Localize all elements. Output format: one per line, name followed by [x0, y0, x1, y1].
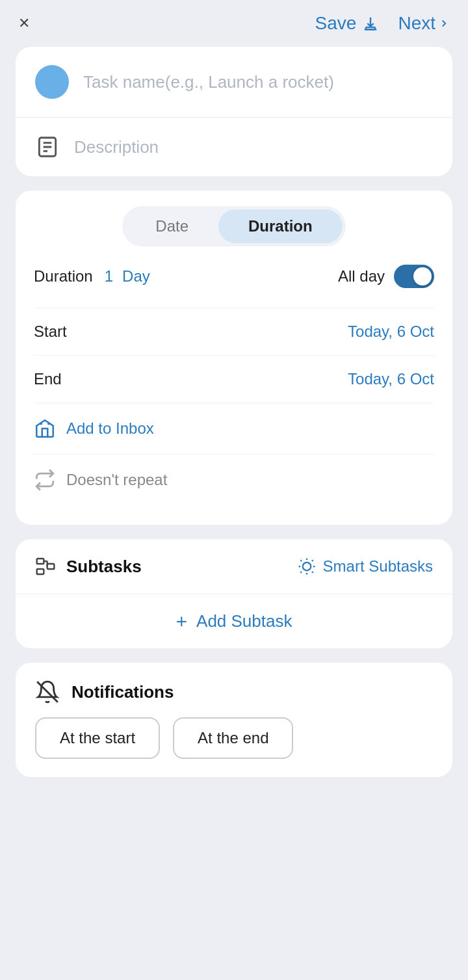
avatar — [35, 65, 69, 99]
subtasks-title: Subtasks — [66, 557, 142, 577]
save-label: Save — [315, 13, 357, 34]
subtasks-icon — [35, 556, 56, 577]
subtasks-card: Subtasks Smart Subtasks + Add Subtask — [16, 539, 452, 648]
inbox-icon — [34, 417, 56, 440]
at-start-button[interactable]: At the start — [35, 717, 160, 759]
smart-subtasks-icon — [297, 557, 317, 576]
topbar: ✕ Save Next — [0, 0, 468, 47]
description-row[interactable]: Description — [16, 118, 452, 176]
add-subtask-label: Add Subtask — [196, 611, 292, 631]
notifications-header: Notifications — [16, 663, 452, 717]
add-subtask-button[interactable]: + Add Subtask — [16, 594, 452, 648]
subtasks-left: Subtasks — [35, 556, 142, 577]
svg-rect-5 — [37, 559, 44, 564]
add-to-inbox-label[interactable]: Add to Inbox — [66, 419, 154, 438]
add-to-inbox-row[interactable]: Add to Inbox — [34, 403, 434, 454]
notifications-icon — [35, 680, 60, 704]
repeat-icon — [34, 469, 56, 491]
smart-subtasks-button[interactable]: Smart Subtasks — [297, 557, 433, 576]
next-label: Next — [398, 13, 436, 34]
smart-subtasks-label: Smart Subtasks — [323, 557, 433, 576]
svg-point-10 — [302, 563, 311, 571]
task-name-row[interactable]: Task name(e.g., Launch a rocket) — [16, 47, 452, 118]
svg-line-18 — [312, 560, 313, 561]
svg-rect-0 — [366, 27, 375, 30]
task-name-input[interactable]: Task name(e.g., Launch a rocket) — [83, 72, 334, 92]
plus-icon: + — [176, 612, 188, 631]
start-row[interactable]: Start Today, 6 Oct — [34, 308, 434, 355]
toggle-knob — [413, 267, 432, 285]
svg-line-13 — [300, 560, 302, 561]
start-value[interactable]: Today, 6 Oct — [348, 323, 434, 341]
segment-duration-btn[interactable]: Duration — [218, 209, 343, 243]
svg-line-14 — [312, 572, 313, 573]
svg-rect-6 — [37, 569, 44, 574]
save-icon — [361, 14, 380, 33]
segment-date-btn[interactable]: Date — [125, 209, 218, 243]
end-label: End — [34, 370, 62, 388]
end-value[interactable]: Today, 6 Oct — [348, 370, 434, 388]
start-label: Start — [34, 323, 67, 341]
svg-rect-7 — [47, 564, 55, 569]
duration-label: Duration — [34, 267, 93, 285]
description-icon — [35, 135, 60, 159]
save-button[interactable]: Save — [315, 13, 380, 34]
notifications-card: Notifications At the start At the end — [16, 663, 452, 777]
duration-unit[interactable]: Day — [122, 267, 329, 285]
chevron-right-icon — [438, 18, 450, 29]
allday-label: All day — [338, 267, 385, 285]
notifications-title: Notifications — [72, 682, 174, 702]
at-end-button[interactable]: At the end — [173, 717, 293, 759]
date-duration-card: Date Duration Duration 1 Day All day Sta… — [16, 191, 452, 525]
task-card: Task name(e.g., Launch a rocket) Descrip… — [16, 47, 452, 176]
allday-toggle[interactable] — [394, 265, 434, 288]
description-input[interactable]: Description — [74, 137, 159, 157]
close-button[interactable]: ✕ — [18, 16, 30, 31]
svg-line-17 — [300, 572, 302, 573]
subtasks-header: Subtasks Smart Subtasks — [16, 539, 452, 594]
end-row[interactable]: End Today, 6 Oct — [34, 355, 434, 403]
duration-value[interactable]: 1 — [105, 267, 113, 285]
next-button[interactable]: Next — [398, 13, 450, 34]
repeat-label[interactable]: Doesn't repeat — [66, 471, 167, 489]
topbar-actions: Save Next — [315, 13, 450, 34]
segment-control: Date Duration — [122, 206, 345, 246]
duration-row: Duration 1 Day All day — [34, 265, 434, 288]
repeat-row[interactable]: Doesn't repeat — [34, 454, 434, 505]
notification-buttons-row: At the start At the end — [16, 717, 452, 777]
